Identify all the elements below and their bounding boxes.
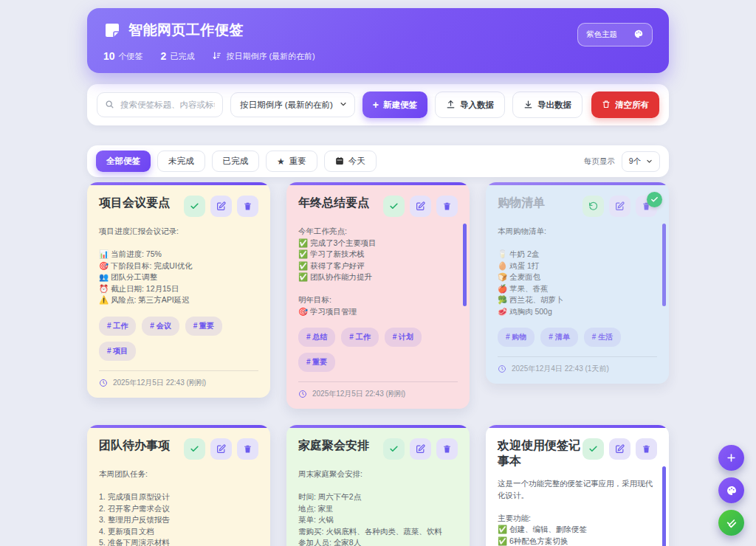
pencil-square-icon	[216, 444, 226, 454]
header-stats: 10 个便签 2 已完成 按日期倒序 (最新的在前)	[103, 50, 653, 62]
complete-note-button[interactable]	[383, 438, 405, 460]
note-accent-bar	[286, 182, 470, 185]
trash-icon	[602, 100, 611, 110]
palette-icon	[633, 29, 644, 41]
page-title: 智能网页工作便签	[128, 21, 244, 40]
note-content: 周末家庭聚会安排: 时间: 周六下午2点 地点: 家里 菜单: 火锅 需购买: …	[298, 469, 458, 546]
theme-button[interactable]: 紫色主题	[577, 23, 653, 46]
note-tag[interactable]: # 总结	[298, 328, 335, 347]
sort-info: 按日期倒序 (最新的在前)	[212, 51, 315, 62]
note-tag[interactable]: # 重要	[185, 317, 222, 336]
delete-note-button[interactable]	[436, 196, 458, 217]
note-tag[interactable]: # 工作	[99, 317, 136, 336]
download-icon	[523, 100, 533, 111]
trash-icon	[243, 201, 252, 211]
filter-tab-all[interactable]: 全部便签	[96, 151, 151, 172]
note-card-project-meeting: 项目会议要点 项目进度汇报会议记录: 📊 当前进度: 75% 🎯 下阶段目标: …	[87, 182, 270, 398]
divider	[498, 356, 657, 357]
note-content: 本周购物清单: 🥛 牛奶 2盒 🥚 鸡蛋 1打 🍞 全麦面包 🍎 苹果、香蕉 🥦…	[498, 226, 657, 317]
edit-note-button[interactable]	[410, 196, 431, 217]
delete-note-button[interactable]	[436, 438, 458, 460]
filter-undone-label: 未完成	[168, 156, 194, 167]
edit-note-button[interactable]	[609, 196, 630, 217]
note-accent-bar	[87, 182, 270, 185]
filter-tab-today[interactable]: 今天	[324, 151, 377, 172]
edit-note-button[interactable]	[410, 438, 431, 460]
fab-complete-all-button[interactable]	[718, 510, 744, 536]
stat-total: 10 个便签	[103, 50, 143, 62]
note-content: 今年工作亮点: ✅ 完成了3个主要项目 ✅ 学习了新技术栈 ✅ 获得了客户好评 …	[298, 226, 458, 317]
clear-all-button[interactable]: 清空所有	[591, 91, 659, 118]
undo-complete-button[interactable]	[583, 196, 604, 217]
note-time-text: 2025年12月5日 22:43 (刚刚)	[113, 378, 206, 388]
note-scrollbar[interactable]	[662, 466, 666, 546]
delete-note-button[interactable]	[636, 438, 657, 460]
search-input[interactable]	[97, 92, 223, 117]
note-scrollbar[interactable]	[662, 224, 666, 306]
note-card-year-summary: 年终总结要点 今年工作亮点: ✅ 完成了3个主要项目 ✅ 学习了新技术栈 ✅ 获…	[286, 182, 470, 409]
note-title: 欢迎使用便签记事本	[498, 438, 583, 469]
per-page-value: 9个	[629, 156, 641, 167]
plus-icon: +	[373, 100, 379, 110]
fab-new-note-button[interactable]	[718, 445, 744, 471]
note-tag[interactable]: # 重要	[298, 353, 335, 372]
stat-done-value: 2	[161, 50, 167, 62]
clock-icon	[498, 364, 506, 373]
export-data-button[interactable]: 导出数据	[512, 91, 583, 118]
complete-note-button[interactable]	[184, 438, 205, 460]
note-tag[interactable]: # 工作	[341, 328, 378, 347]
pencil-square-icon	[416, 201, 425, 211]
edit-note-button[interactable]	[210, 438, 232, 460]
note-tag[interactable]: # 会议	[142, 317, 179, 336]
edit-note-button[interactable]	[210, 196, 232, 217]
sticky-note-icon	[103, 21, 121, 39]
note-timestamp: 2025年12月5日 22:43 (刚刚)	[99, 378, 258, 388]
palette-icon	[726, 485, 738, 497]
upload-icon	[446, 100, 456, 111]
per-page-control: 每页显示 9个	[584, 151, 660, 172]
trash-icon	[442, 444, 452, 454]
note-tag[interactable]: # 购物	[498, 328, 535, 347]
complete-note-button[interactable]	[184, 196, 205, 217]
note-timestamp: 2025年12月4日 22:43 (1天前)	[498, 364, 657, 374]
sort-info-label: 按日期倒序 (最新的在前)	[226, 51, 315, 62]
clear-all-label: 清空所有	[615, 100, 649, 111]
filter-tab-undone[interactable]: 未完成	[157, 151, 205, 172]
complete-note-button[interactable]	[583, 438, 604, 460]
filter-done-label: 已完成	[223, 156, 249, 167]
undo-icon	[588, 201, 598, 211]
fab-theme-button[interactable]	[718, 477, 744, 503]
trash-icon	[243, 444, 252, 454]
note-title: 家庭聚会安排	[298, 438, 369, 454]
note-title: 购物清单	[498, 196, 545, 211]
note-tag[interactable]: # 项目	[99, 342, 136, 361]
note-card-welcome: 欢迎使用便签记事本 这是一个功能完整的便签记事应用，采用现代化设计。 主要功能:…	[486, 425, 669, 546]
note-card-shopping-list: 购物清单 本周购物清单: 🥛 牛奶 2盒 🥚 鸡蛋 1打 🍞 全麦面包 🍎 苹果…	[486, 182, 669, 384]
floating-actions	[718, 445, 744, 536]
edit-note-button[interactable]	[609, 438, 630, 460]
filter-tab-done[interactable]: 已完成	[212, 151, 260, 172]
import-label: 导入数据	[460, 100, 494, 111]
clock-icon	[99, 379, 108, 387]
note-content: 本周团队任务: 1. 完成项目原型设计 2. 召开客户需求会议 3. 整理用户反…	[99, 469, 258, 546]
check-icon	[389, 201, 399, 211]
note-tag[interactable]: # 计划	[385, 328, 422, 347]
note-scrollbar[interactable]	[463, 224, 467, 306]
delete-note-button[interactable]	[237, 438, 258, 460]
pencil-square-icon	[216, 201, 226, 211]
note-tag[interactable]: # 生活	[584, 328, 621, 347]
new-note-button[interactable]: + 新建便签	[362, 91, 427, 118]
per-page-select[interactable]: 9个	[622, 151, 660, 172]
filter-tab-important[interactable]: ★ 重要	[266, 151, 317, 172]
note-content: 项目进度汇报会议记录: 📊 当前进度: 75% 🎯 下阶段目标: 完成UI优化 …	[99, 226, 258, 306]
complete-note-button[interactable]	[383, 196, 405, 217]
stat-done-label: 已完成	[170, 51, 194, 62]
trash-icon	[442, 201, 452, 211]
check-icon	[389, 444, 399, 454]
theme-button-label: 紫色主题	[586, 30, 617, 40]
note-tag[interactable]: # 清单	[540, 328, 577, 347]
delete-note-button[interactable]	[237, 196, 258, 217]
import-data-button[interactable]: 导入数据	[435, 91, 505, 118]
star-icon: ★	[277, 156, 285, 167]
sort-select[interactable]: 按日期倒序 (最新的在前)	[230, 92, 355, 117]
